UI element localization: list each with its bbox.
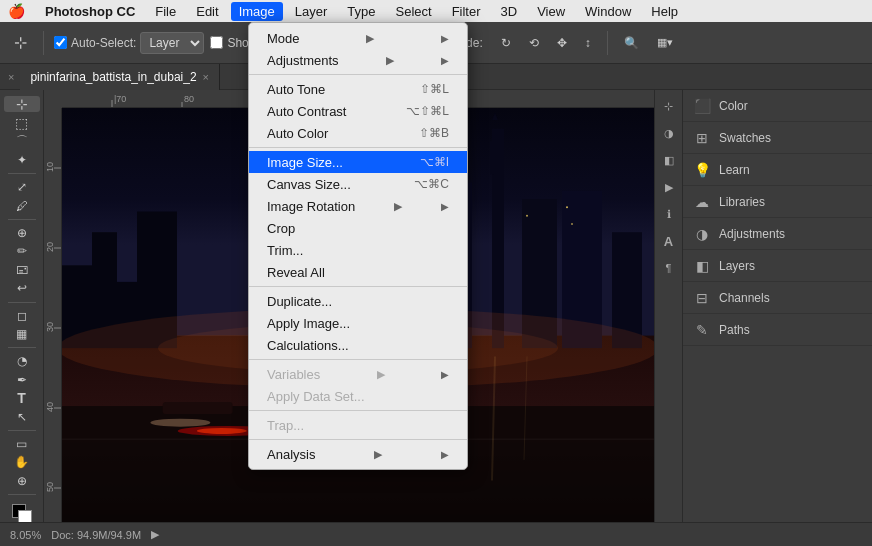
- pen-tool[interactable]: ✒: [4, 371, 40, 387]
- menu-item-help[interactable]: Help: [643, 2, 686, 21]
- right-icon-column: ⊹ ◑ ◧ ▶ ℹ A ¶: [654, 90, 682, 522]
- menu-adjustments[interactable]: Adjustments ▶: [249, 49, 467, 71]
- svg-point-44: [150, 419, 210, 427]
- panel-icon-type[interactable]: A: [657, 229, 681, 253]
- crop-tool[interactable]: ⤢: [4, 179, 40, 195]
- auto-select-dropdown[interactable]: Layer Group: [140, 32, 204, 54]
- menu-item-image[interactable]: Image: [231, 2, 283, 21]
- menu-trim[interactable]: Trim...: [249, 239, 467, 261]
- panel-libraries[interactable]: ☁ Libraries: [683, 186, 872, 218]
- menu-auto-color-label: Auto Color: [267, 126, 328, 141]
- svg-point-36: [566, 206, 568, 208]
- panel-icon-move[interactable]: ⊹: [657, 94, 681, 118]
- menu-item-3d[interactable]: 3D: [493, 2, 526, 21]
- menu-item-layer[interactable]: Layer: [287, 2, 336, 21]
- menu-item-window[interactable]: Window: [577, 2, 639, 21]
- foreground-color[interactable]: [4, 500, 40, 516]
- menu-auto-contrast[interactable]: Auto Contrast ⌥⇧⌘L: [249, 100, 467, 122]
- menu-item-type[interactable]: Type: [339, 2, 383, 21]
- svg-text:50: 50: [45, 482, 55, 492]
- menu-mode-label: Mode: [267, 31, 300, 46]
- panel-icon-learn[interactable]: ▶: [657, 175, 681, 199]
- eyedropper-tool[interactable]: 🖊: [4, 198, 40, 214]
- menu-auto-tone-shortcut: ⇧⌘L: [420, 82, 449, 96]
- menu-divider-3: [249, 286, 467, 287]
- menu-apply-image[interactable]: Apply Image...: [249, 312, 467, 334]
- svg-rect-26: [490, 141, 494, 174]
- auto-select-checkbox[interactable]: [54, 36, 67, 49]
- menu-item-view[interactable]: View: [529, 2, 573, 21]
- menu-item-photoshop[interactable]: Photoshop CC: [37, 2, 143, 21]
- panel-learn[interactable]: 💡 Learn: [683, 154, 872, 186]
- menu-analysis[interactable]: Analysis ▶: [249, 443, 467, 465]
- dodge-tool[interactable]: ◔: [4, 353, 40, 369]
- healing-tool[interactable]: ⊕: [4, 225, 40, 241]
- panel-icon-info[interactable]: ℹ: [657, 202, 681, 226]
- gradient-tool[interactable]: ▦: [4, 326, 40, 342]
- menu-duplicate[interactable]: Duplicate...: [249, 290, 467, 312]
- svg-text:|70: |70: [114, 94, 126, 104]
- document-tab-close[interactable]: ×: [203, 71, 209, 83]
- panel-icon-para[interactable]: ¶: [657, 256, 681, 280]
- zoom-tool[interactable]: ⊕: [4, 472, 40, 488]
- panel-icon-adjust[interactable]: ◑: [657, 121, 681, 145]
- image-menu-panel[interactable]: Mode ▶ Adjustments ▶ Auto Tone ⇧⌘L Auto …: [248, 22, 468, 470]
- toolbar-sep-1: [43, 31, 44, 55]
- select-rect-tool[interactable]: ⬚: [4, 114, 40, 130]
- menu-image-rotation[interactable]: Image Rotation ▶: [249, 195, 467, 217]
- menu-auto-color[interactable]: Auto Color ⇧⌘B: [249, 122, 467, 144]
- 3d-rotate-btn[interactable]: ↻: [495, 33, 517, 53]
- brush-tool[interactable]: ✏: [4, 243, 40, 259]
- menu-item-select[interactable]: Select: [387, 2, 439, 21]
- type-tool[interactable]: T: [4, 390, 40, 406]
- panel-color[interactable]: ⬛ Color: [683, 90, 872, 122]
- zoom-level: 8.05%: [10, 529, 41, 541]
- menu-auto-color-shortcut: ⇧⌘B: [419, 126, 449, 140]
- 3d-slide-btn[interactable]: ↕: [579, 33, 597, 53]
- move-tool-btn[interactable]: ⊹: [8, 30, 33, 55]
- document-tab[interactable]: pininfarina_battista_in_dubai_2 ×: [20, 64, 220, 90]
- menu-divider-6: [249, 439, 467, 440]
- menu-analysis-arrow: ▶: [374, 448, 382, 461]
- menu-item-file[interactable]: File: [147, 2, 184, 21]
- menu-auto-contrast-shortcut: ⌥⇧⌘L: [406, 104, 449, 118]
- path-select-tool[interactable]: ↖: [4, 408, 40, 424]
- lasso-tool[interactable]: ⌒: [4, 133, 40, 150]
- 3d-pan-btn[interactable]: ✥: [551, 33, 573, 53]
- panel-channels[interactable]: ⊟ Channels: [683, 282, 872, 314]
- eraser-tool[interactable]: ◻: [4, 307, 40, 323]
- menu-item-edit[interactable]: Edit: [188, 2, 226, 21]
- menu-calculations-label: Calculations...: [267, 338, 349, 353]
- status-arrow[interactable]: ▶: [151, 528, 159, 541]
- menu-mode[interactable]: Mode ▶: [249, 27, 467, 49]
- shape-tool[interactable]: ▭: [4, 435, 40, 451]
- history-brush-tool[interactable]: ↩: [4, 280, 40, 296]
- svg-rect-43: [163, 402, 233, 414]
- menu-crop[interactable]: Crop: [249, 217, 467, 239]
- panel-swatches[interactable]: ⊞ Swatches: [683, 122, 872, 154]
- menu-item-filter[interactable]: Filter: [444, 2, 489, 21]
- quick-select-tool[interactable]: ✦: [4, 152, 40, 168]
- menu-auto-tone-label: Auto Tone: [267, 82, 325, 97]
- search-btn[interactable]: 🔍: [618, 33, 645, 53]
- toolbar-sep-4: [607, 31, 608, 55]
- ruler-corner: [44, 90, 62, 108]
- 3d-roll-btn[interactable]: ⟲: [523, 33, 545, 53]
- menu-reveal-all[interactable]: Reveal All: [249, 261, 467, 283]
- hand-tool[interactable]: ✋: [4, 454, 40, 470]
- panel-close-icon[interactable]: ×: [8, 71, 14, 83]
- menu-analysis-label: Analysis: [267, 447, 315, 462]
- panel-icon-layers[interactable]: ◧: [657, 148, 681, 172]
- menu-image-size[interactable]: Image Size... ⌥⌘I: [249, 151, 467, 173]
- menu-auto-tone[interactable]: Auto Tone ⇧⌘L: [249, 78, 467, 100]
- workspace-btn[interactable]: ▦▾: [651, 33, 679, 52]
- panel-layers[interactable]: ◧ Layers: [683, 250, 872, 282]
- menu-calculations[interactable]: Calculations...: [249, 334, 467, 356]
- layers-icon: ◧: [693, 258, 711, 274]
- clone-tool[interactable]: 🖃: [4, 262, 40, 278]
- move-tool[interactable]: ⊹: [4, 96, 40, 112]
- show-transform-checkbox[interactable]: [210, 36, 223, 49]
- menu-canvas-size[interactable]: Canvas Size... ⌥⌘C: [249, 173, 467, 195]
- panel-paths[interactable]: ✎ Paths: [683, 314, 872, 346]
- panel-adjustments[interactable]: ◑ Adjustments: [683, 218, 872, 250]
